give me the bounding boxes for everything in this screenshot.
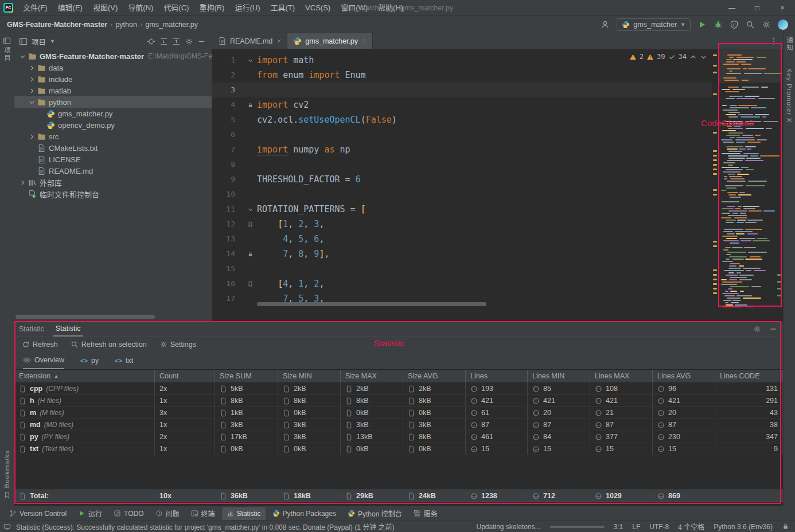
toolwindow-item-4[interactable]: 终端 <box>186 507 220 520</box>
user-icon[interactable] <box>601 20 610 29</box>
menu-item-u[interactable]: 运行(U) <box>229 0 265 15</box>
previous-issue-icon[interactable] <box>689 53 697 61</box>
column-header-size-max[interactable]: Size MAX <box>341 370 403 382</box>
table-row-md[interactable]: md(MD files)1x3kB3kB3kB3kB8787878738 <box>14 419 783 431</box>
error-stripe[interactable] <box>712 49 719 321</box>
code-line-5[interactable]: 5cv2.ocl.setUseOpenCL(False) <box>212 112 712 127</box>
tree-item-include[interactable]: include <box>14 73 212 85</box>
coverage-button[interactable]: C <box>730 20 739 29</box>
column-header-size-sum[interactable]: Size SUM <box>215 370 278 382</box>
code-line-6[interactable]: 6 <box>212 127 712 142</box>
breadcrumb-item-python[interactable]: python <box>115 21 137 29</box>
chevron-down-icon[interactable]: ▼ <box>50 38 55 44</box>
toolwindow-item-8[interactable]: 服务 <box>409 507 442 520</box>
view-tab-txt[interactable]: <>txt <box>115 352 133 369</box>
view-tab-py[interactable]: <>py <box>80 352 99 369</box>
strip-notifications-label[interactable]: 通知 <box>785 37 794 51</box>
expand-all-icon[interactable] <box>159 37 168 46</box>
code-line-15[interactable]: 15 <box>212 261 712 276</box>
code-line-12[interactable]: 12 [1, 2, 3, <box>212 217 712 232</box>
inspections-widget[interactable]: 2 39 34 <box>629 53 707 61</box>
file-encoding[interactable]: UTF-8 <box>649 523 669 531</box>
tree-item-license[interactable]: LICENSE <box>14 154 212 165</box>
column-header-lines-code[interactable]: Lines CODE <box>715 370 783 382</box>
toolwindow-statistic[interactable]: Statistic <box>222 507 266 520</box>
settings-button[interactable]: Settings <box>159 341 196 349</box>
project-toolwindow-icon[interactable] <box>3 37 11 45</box>
table-row-m[interactable]: m(M files)3x1kB0kB0kB0kB6120212043 <box>14 407 783 419</box>
close-tab-icon[interactable] <box>361 38 368 44</box>
column-header-count[interactable]: Count <box>155 370 215 382</box>
close-tab-icon[interactable] <box>276 38 282 44</box>
code-line-9[interactable]: 9THRESHOLD_FACTOR = 6 <box>212 172 712 187</box>
run-configuration-select[interactable]: gms_matcher ▼ <box>617 18 691 31</box>
column-header-lines[interactable]: Lines <box>466 370 528 382</box>
refresh-button[interactable]: Refresh <box>22 341 58 349</box>
column-header-lines-avg[interactable]: Lines AVG <box>653 370 715 382</box>
column-header-lines-min[interactable]: Lines MIN <box>528 370 590 382</box>
hide-panel-icon[interactable] <box>197 37 206 46</box>
menu-item-vcs-s[interactable]: VCS(S) <box>300 0 336 15</box>
toolwindow-switcher-icon[interactable] <box>3 523 11 530</box>
code-pane[interactable]: 1import math2from enum import Enum34impo… <box>212 49 712 321</box>
menu-item-f[interactable]: 文件(F) <box>18 0 53 15</box>
tree-item-item-12[interactable]: 临时文件和控制台 <box>14 188 212 200</box>
code-line-11[interactable]: 11ROTATION_PATTERNS = [ <box>212 202 712 217</box>
indent-setting[interactable]: 4 个空格 <box>678 522 704 531</box>
code-line-2[interactable]: 2from enum import Enum <box>212 68 712 83</box>
tree-item-cmakelists-txt[interactable]: CMakeLists.txt <box>14 142 212 154</box>
tree-item-data[interactable]: data <box>14 62 212 73</box>
tree-item-item-11[interactable]: 外部库 <box>14 177 212 188</box>
column-header-extension[interactable]: Extension▲ <box>14 370 155 382</box>
project-view-title[interactable]: 项目 <box>32 36 46 47</box>
breadcrumb-item-gms-feature-matcher-master[interactable]: GMS-Feature-Matcher-master <box>7 21 107 29</box>
select-opened-file-icon[interactable] <box>147 37 155 46</box>
toolwindow-python-packages[interactable]: Python Packages <box>268 507 341 520</box>
strip-bookmarks[interactable]: Bookmarks <box>3 450 11 499</box>
refresh-on-selection-button[interactable]: Refresh on selection <box>71 341 147 349</box>
column-header-lines-max[interactable]: Lines MAX <box>590 370 653 382</box>
menu-item-r[interactable]: 重构(R) <box>194 0 229 15</box>
maximize-button[interactable]: □ <box>745 0 770 15</box>
menu-item-v[interactable]: 视图(V) <box>88 0 123 15</box>
collapse-all-icon[interactable] <box>172 37 181 46</box>
table-row-txt[interactable]: txt(Text files)1x0kB0kB0kB0kB151515159 <box>14 443 783 455</box>
view-tab-overview[interactable]: Overview <box>23 352 64 369</box>
code-line-7[interactable]: 7import numpy as np <box>212 142 712 157</box>
column-header-size-min[interactable]: Size MIN <box>278 370 341 382</box>
caret-position[interactable]: 3:1 <box>614 523 623 531</box>
tree-item-readme-md[interactable]: README.md <box>14 165 212 177</box>
tree-item-opencv-demo-py[interactable]: opencv_demo.py <box>14 119 212 131</box>
editor-options-icon[interactable] <box>770 37 778 45</box>
menu-item-c[interactable]: 代码(C) <box>158 0 194 15</box>
search-icon[interactable] <box>746 20 755 29</box>
tree-item-gms-matcher-py[interactable]: gms_matcher.py <box>14 108 212 119</box>
editor-tab-gms-matcher-py[interactable]: gms_matcher.py <box>287 33 373 49</box>
menu-item-t[interactable]: 工具(T) <box>265 0 300 15</box>
debug-button[interactable] <box>714 20 723 29</box>
menu-item-n[interactable]: 导航(N) <box>123 0 158 15</box>
next-issue-icon[interactable] <box>700 53 707 61</box>
code-line-3[interactable]: 3 <box>212 83 712 97</box>
strip-key-promoter-label[interactable]: Key Promoter X <box>786 68 793 123</box>
status-message[interactable]: Statistic (Success): Successfully calcul… <box>16 522 395 531</box>
project-horizontal-scrollbar[interactable] <box>15 315 155 319</box>
lock-icon[interactable] <box>782 523 789 530</box>
editor-horizontal-scrollbar[interactable] <box>257 302 486 306</box>
statistic-tab[interactable]: Statistic <box>53 322 83 337</box>
menu-item-e[interactable]: 编辑(E) <box>53 0 88 15</box>
editor-tab-readme-md[interactable]: README.md <box>212 33 287 49</box>
toolwindow-item-3[interactable]: 问题 <box>151 507 184 520</box>
breadcrumb-item-gms-matcher-py[interactable]: gms_matcher.py <box>145 21 198 29</box>
minimize-button[interactable]: — <box>719 0 745 15</box>
code-line-4[interactable]: 4import cv2 <box>212 97 712 112</box>
code-line-14[interactable]: 14 7, 8, 9], <box>212 247 712 261</box>
statistic-hide-icon[interactable] <box>769 325 777 333</box>
toolwindow-todo[interactable]: TODO <box>109 507 148 520</box>
table-row-py[interactable]: py(PY files)2x17kB3kB13kB8kB461843772303… <box>14 431 783 443</box>
code-line-8[interactable]: 8 <box>212 157 712 172</box>
close-button[interactable]: × <box>770 0 795 15</box>
codeglance-minimap[interactable] <box>719 49 782 307</box>
avatar[interactable] <box>778 19 788 30</box>
statistic-settings-icon[interactable] <box>753 325 761 333</box>
